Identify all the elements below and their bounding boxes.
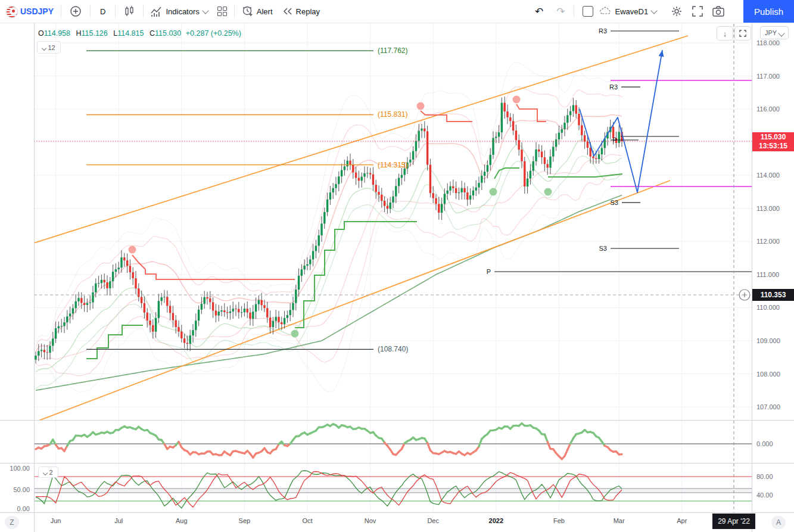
- sar-flip-dot: [291, 330, 299, 338]
- level-label: (108.740): [378, 345, 408, 353]
- chevron-down-icon: [42, 45, 46, 50]
- chart-canvas[interactable]: (117.762)(115.831)(114.315)(108.740)R3R3…: [0, 0, 794, 532]
- timezone-button[interactable]: Z: [5, 516, 19, 529]
- price-tick-label: 117.000: [756, 73, 780, 80]
- time-axis-label: Aug: [169, 517, 195, 524]
- legend-collapse-button[interactable]: 12: [37, 41, 61, 54]
- sar-flip-dot: [490, 188, 497, 196]
- sar-flip-dot: [129, 246, 136, 254]
- pivot-label: S3: [599, 245, 607, 252]
- alert-price-label: 110.353: [752, 289, 794, 301]
- plus-circle-icon: [70, 5, 82, 17]
- stoch-tick-label: 40.00: [756, 491, 773, 499]
- pivot-label: S3: [611, 199, 618, 206]
- time-axis-label: Jul: [105, 517, 132, 524]
- timeframe-label: D: [100, 7, 105, 16]
- change-value: +0.287 (+0.25%): [186, 29, 241, 38]
- time-axis-label: Dec: [420, 517, 446, 524]
- chart-style-button[interactable]: [119, 0, 139, 23]
- alert-label: Alert: [257, 7, 273, 16]
- chevron-down-icon: [43, 470, 48, 475]
- indicators-button[interactable]: Indicators: [147, 0, 211, 23]
- price-tick-label: 110.000: [756, 304, 780, 311]
- ohlc-legend: O114.958 H115.126 L114.815 C115.030 +0.2…: [38, 29, 241, 38]
- indicators-icon: [151, 6, 162, 17]
- price-tick-label: 114.000: [756, 172, 780, 179]
- price-tick-label: 108.000: [756, 371, 780, 378]
- price-tick-label: 109.000: [756, 337, 780, 344]
- tradingview-app: USDJPY D Indicators Alert Replay: [0, 0, 794, 532]
- usdjpy-flag-icon: [6, 6, 17, 17]
- chevron-down-icon[interactable]: [650, 7, 657, 14]
- gear-icon[interactable]: [671, 5, 683, 17]
- price-tick-label: 107.000: [756, 403, 780, 410]
- sar-flip-dot: [544, 188, 552, 196]
- price-tick-label: 116.000: [756, 105, 780, 113]
- sar-flip-dot: [513, 96, 521, 104]
- time-axis-label: Sep: [231, 517, 257, 524]
- templates-grid-icon: [217, 7, 227, 16]
- pivot-label: P: [612, 136, 616, 144]
- pivot-label: R3: [609, 83, 618, 91]
- candlestick-icon: [124, 5, 135, 17]
- alert-button[interactable]: Alert: [238, 0, 276, 23]
- price-tick-label: 113.000: [756, 205, 780, 212]
- sar-flip-dot: [417, 102, 425, 110]
- chevron-down-icon: [778, 30, 784, 36]
- indicators-label: Indicators: [166, 7, 199, 16]
- price-tick-label: 111.000: [756, 271, 779, 278]
- symbol-name[interactable]: USDJPY: [20, 7, 54, 16]
- alert-line-plus-icon[interactable]: [739, 290, 750, 300]
- timeframe-button[interactable]: D: [94, 0, 111, 23]
- time-axis-label: 2022: [483, 517, 509, 524]
- stoch-left-tick-label: 0.00: [5, 505, 30, 512]
- layout-select-icon[interactable]: [583, 6, 593, 17]
- price-tick-label: 118.000: [756, 39, 780, 46]
- time-axis-label: Feb: [546, 517, 572, 524]
- stoch-collapse-button[interactable]: 2: [38, 466, 58, 478]
- layout-name[interactable]: EwaveD1: [615, 7, 649, 16]
- stoch-left-tick-label: 100.00: [5, 465, 30, 472]
- cloud-save-icon[interactable]: [599, 7, 612, 16]
- time-axis-label: Nov: [357, 517, 384, 524]
- camera-icon[interactable]: [712, 6, 724, 17]
- top-toolbar: USDJPY D Indicators Alert Replay: [0, 0, 794, 23]
- last-price-label: 115.03013:53:15: [752, 132, 794, 151]
- maximize-icon: [739, 30, 746, 37]
- price-tick-label: 112.000: [756, 238, 780, 245]
- momentum-tick-label: 0.000: [756, 440, 773, 447]
- replay-icon: [282, 7, 293, 16]
- replay-button[interactable]: Replay: [276, 0, 326, 23]
- redo-button[interactable]: ↷: [556, 5, 565, 18]
- pivot-label: R3: [599, 27, 607, 35]
- time-axis-label: Oct: [294, 517, 320, 524]
- replay-label: Replay: [296, 7, 320, 16]
- auto-scale-button[interactable]: A: [771, 516, 786, 529]
- stoch-tick-label: 80.00: [756, 473, 773, 480]
- fullscreen-icon[interactable]: [692, 6, 703, 17]
- level-label: (115.831): [378, 110, 407, 119]
- scroll-to-recent-button[interactable]: ↓: [717, 26, 733, 41]
- alarm-clock-icon: [242, 5, 254, 17]
- time-axis-label: Mar: [606, 517, 632, 524]
- undo-button[interactable]: ↶: [535, 5, 543, 18]
- time-axis-label: Jun: [43, 517, 69, 524]
- time-axis-label: Apr: [669, 517, 695, 524]
- currency-axis-button[interactable]: JPY: [760, 26, 789, 39]
- publish-button[interactable]: Publish: [743, 0, 794, 23]
- chevron-down-icon: [202, 7, 208, 14]
- level-label: (114.315): [378, 161, 407, 169]
- pivot-label: P: [487, 268, 491, 275]
- chart-background: [0, 23, 794, 532]
- restore-pane-button[interactable]: [734, 26, 751, 41]
- indicator-templates-button[interactable]: [211, 0, 227, 23]
- compare-button[interactable]: [65, 0, 86, 23]
- stoch-left-tick-label: 50.00: [5, 486, 30, 493]
- level-label: (117.762): [378, 46, 407, 55]
- symbol-button[interactable]: USDJPY: [0, 0, 54, 23]
- future-date-label: 29 Apr '22: [712, 514, 755, 529]
